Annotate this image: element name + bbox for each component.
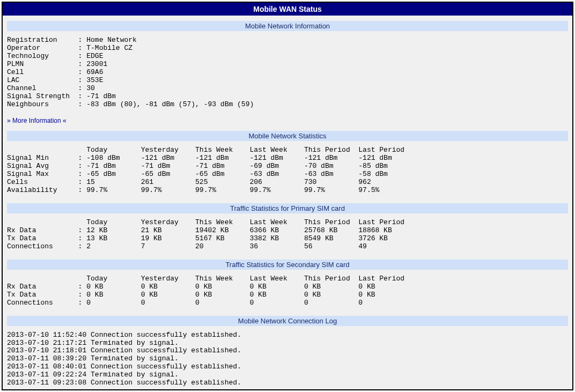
network-stats-body: Today Yesterday This Week Last Week This… <box>7 141 568 202</box>
secondary-sim-header: Traffic Statistics for Secondary SIM car… <box>7 260 568 270</box>
primary-sim-header: Traffic Statistics for Primary SIM card <box>7 203 568 213</box>
network-info-header: Mobile Network Information <box>7 21 568 31</box>
network-info-body: Registration : Home Network Operator : T… <box>7 31 568 116</box>
network-stats-header: Mobile Network Statistics <box>7 131 568 141</box>
secondary-sim-body: Today Yesterday This Week Last Week This… <box>7 270 568 315</box>
status-panel: Mobile WAN Status Mobile Network Informa… <box>2 2 573 390</box>
connection-log-header: Mobile Network Connection Log <box>7 316 568 326</box>
content-area: Mobile Network Information Registration … <box>3 16 572 392</box>
more-information-link[interactable]: » More Information « <box>7 116 568 130</box>
connection-log-body: 2013-07-10 11:52:40 Connection successfu… <box>7 326 568 392</box>
page-title: Mobile WAN Status <box>3 3 572 16</box>
primary-sim-body: Today Yesterday This Week Last Week This… <box>7 213 568 258</box>
